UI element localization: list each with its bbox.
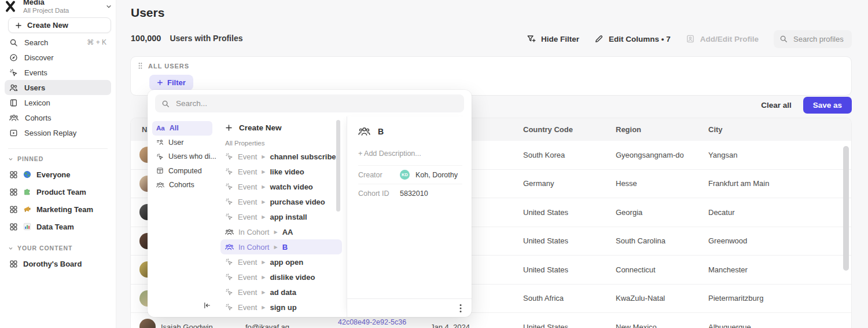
search-shortcut: ⌘ + K (87, 38, 106, 46)
chevron-down-icon (105, 3, 112, 10)
property-event-channel-subscribe[interactable]: Event▶channel subscribe (220, 149, 342, 164)
search-icon (161, 100, 170, 108)
chevron-separator: ▶ (262, 214, 265, 220)
search-profiles-box[interactable] (774, 30, 852, 48)
plus-icon (15, 22, 22, 29)
property-in-cohort-b[interactable]: In Cohort▶B (220, 239, 342, 254)
cohort-icon (358, 126, 370, 136)
property-event-app-install[interactable]: Event▶app install (220, 209, 342, 224)
chevron-separator: ▶ (262, 260, 265, 265)
your-content-dorothys-board[interactable]: Dorothy's Board (5, 255, 111, 272)
category-user[interactable]: User (152, 136, 212, 150)
property-event-ad-data[interactable]: Event▶ad data (220, 285, 342, 300)
clear-all-button[interactable]: Clear all (761, 101, 792, 110)
dropdown-search-box[interactable] (155, 94, 464, 112)
pinned-section-header[interactable]: PINNED (8, 155, 43, 162)
dropdown-items: Create New All Properties Event▶channel … (216, 116, 347, 317)
chevron-down-icon (8, 156, 13, 162)
cohort-icon (156, 181, 164, 188)
event-spark-icon (225, 213, 233, 221)
kebab-menu-icon[interactable] (459, 304, 462, 313)
media-logo-icon (3, 0, 17, 14)
property-event-app-open[interactable]: Event▶app open (220, 254, 342, 269)
category-cohorts[interactable]: Cohorts (152, 178, 212, 192)
creator-avatar: KD (400, 170, 410, 180)
user-count-label: Users with Profiles (170, 34, 242, 43)
event-spark-icon (225, 198, 233, 206)
event-spark-icon (225, 288, 233, 296)
creator-label: Creator (358, 171, 394, 179)
sidebar-item-session-replay[interactable]: Session Replay (5, 125, 111, 140)
puzzle-emoji-icon (23, 188, 31, 196)
dropdown-create-new[interactable]: Create New (220, 120, 342, 136)
category-all[interactable]: Aa All (152, 121, 212, 136)
cohort-id-value: 5832010 (400, 189, 428, 198)
board-grid-icon (9, 188, 18, 196)
column-header-country-code[interactable]: Country Code (512, 125, 605, 134)
cohort-icon (225, 228, 234, 235)
sidebar-item-users[interactable]: Users (5, 80, 111, 95)
creator-name: Koh, Dorothy (415, 171, 458, 179)
pinned-board-marketing-team[interactable]: Marketing Team (5, 201, 111, 218)
add-filter-button[interactable]: Filter (149, 75, 193, 90)
board-grid-icon (9, 170, 18, 179)
drag-handle-icon[interactable] (138, 62, 143, 70)
property-event-dislike-video[interactable]: Event▶dislike video (220, 269, 342, 285)
collapse-panel-icon[interactable] (203, 301, 211, 309)
property-event-like-video[interactable]: Event▶like video (220, 164, 342, 179)
avatar (139, 319, 156, 328)
dropdown-scrollbar[interactable] (336, 120, 340, 212)
sidebar-item-events[interactable]: Events (5, 65, 111, 80)
event-spark-icon (9, 68, 18, 77)
cohort-title: B (378, 127, 384, 136)
workspace-switcher[interactable]: Media All Project Data (3, 0, 112, 17)
computed-icon (156, 167, 164, 174)
edit-columns-button[interactable]: Edit Columns • 7 (594, 34, 671, 43)
aa-text-icon: Aa (156, 125, 165, 132)
search-icon (779, 35, 788, 43)
category-users-who-did[interactable]: Users who di... (152, 150, 212, 164)
board-grid-icon (9, 205, 18, 214)
search-icon (9, 38, 18, 47)
chevron-separator: ▶ (274, 245, 277, 250)
sidebar-item-search[interactable]: Search ⌘ + K (5, 35, 111, 50)
chevron-separator: ▶ (262, 199, 265, 205)
bar-chart-emoji-icon (23, 223, 31, 231)
property-event-watch-video[interactable]: Event▶watch video (220, 179, 342, 194)
board-grid-icon (9, 223, 18, 231)
hide-filter-button[interactable]: Hide Filter (527, 34, 579, 43)
property-event-sign-up[interactable]: Event▶sign up (220, 300, 342, 315)
category-computed[interactable]: Computed (152, 164, 212, 178)
workspace-subtitle: All Project Data (23, 7, 69, 14)
add-description-button[interactable]: + Add Description... (358, 150, 462, 158)
sidebar: Media All Project Data Create New Search… (0, 0, 116, 328)
column-header-region[interactable]: Region (605, 125, 697, 134)
all-properties-label: All Properties (220, 136, 342, 149)
pinned-board-data-team[interactable]: Data Team (5, 218, 111, 235)
user-count: 100,000 (131, 34, 161, 43)
sidebar-item-cohorts[interactable]: Cohorts (5, 110, 111, 125)
chevron-separator: ▶ (262, 169, 265, 174)
save-as-button[interactable]: Save as (803, 97, 852, 114)
user-list-icon (156, 139, 164, 146)
pinned-board-product-team[interactable]: Product Team (5, 183, 111, 201)
filter-group-label: ALL USERS (148, 63, 189, 70)
create-new-button[interactable]: Create New (8, 17, 111, 33)
your-content-section-header[interactable]: YOUR CONTENT (8, 245, 72, 252)
table-scrollbar[interactable] (843, 146, 849, 271)
sidebar-item-lexicon[interactable]: Lexicon (5, 95, 111, 110)
property-in-cohort-aa[interactable]: In Cohort▶AA (220, 224, 342, 239)
add-edit-profile-button[interactable]: Add/Edit Profile (686, 34, 759, 43)
dropdown-search-input[interactable] (175, 99, 458, 108)
plus-icon (157, 79, 163, 86)
sidebar-item-discover[interactable]: Discover (5, 50, 111, 65)
chevron-separator: ▶ (262, 184, 265, 189)
column-header-city[interactable]: City (697, 125, 851, 134)
pinned-board-everyone[interactable]: Everyone (5, 166, 111, 183)
property-event-purchase-video[interactable]: Event▶purchase video (220, 194, 342, 209)
chevron-separator: ▶ (262, 154, 265, 159)
event-spark-icon (225, 273, 233, 281)
search-profiles-input[interactable] (792, 34, 846, 44)
globe-emoji-icon (23, 170, 31, 178)
event-spark-icon (225, 167, 233, 176)
